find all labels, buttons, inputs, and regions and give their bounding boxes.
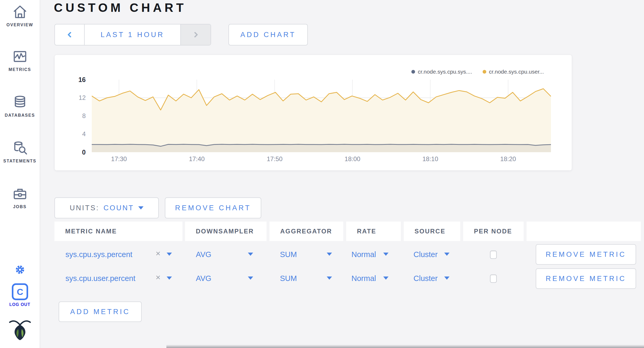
time-range-label[interactable]: LAST 1 HOUR [85,24,180,45]
briefcase-icon [0,186,40,201]
x-icon[interactable]: × [156,273,161,282]
svg-text:17:50: 17:50 [267,155,283,162]
chevron-right-icon [192,32,198,38]
aggregator-dropdown[interactable]: SUM [280,274,297,283]
sidebar-item-label: JOBS [0,204,40,209]
sidebar-item-label: DATABASES [0,113,40,118]
svg-text:18:00: 18:00 [345,155,360,162]
rate-dropdown[interactable]: Normal [351,250,376,259]
metric-name-dropdown[interactable]: sys.cpu.user.percent [65,274,135,283]
column-header-source: SOURCE [404,222,460,241]
remove-chart-button[interactable]: REMOVE CHART [165,197,261,218]
per-node-checkbox[interactable] [490,274,497,283]
remove-metric-button[interactable]: REMOVE METRIC [536,268,636,289]
legend-item: cr.node.sys.cpu.user... [483,69,544,75]
y-axis-tick: 0 [55,148,86,156]
aggregator-dropdown[interactable]: SUM [280,250,297,259]
horizontal-scrollbar[interactable] [166,345,644,348]
legend-dot [483,70,486,74]
caret-down-icon[interactable] [383,277,389,280]
x-icon[interactable]: × [156,249,161,258]
time-range-selector: LAST 1 HOUR [54,24,211,45]
legend-label: cr.node.sys.cpu.sys.... [418,69,472,75]
caret-down-icon [138,206,144,209]
svg-text:18:10: 18:10 [422,155,438,162]
remove-metric-button[interactable]: REMOVE METRIC [536,244,636,265]
cockroach-bug-icon [9,319,31,342]
column-header-actions [527,222,641,241]
logout-button[interactable]: LOG OUT [0,302,40,307]
time-range-next-button[interactable] [180,24,211,45]
column-header-rate: RATE [346,222,401,241]
chart-card: cr.node.sys.cpu.sys.... cr.node.sys.cpu.… [54,55,572,171]
sidebar-item-databases[interactable]: DATABASES [0,95,40,118]
caret-down-icon[interactable] [327,277,332,280]
source-dropdown[interactable]: Cluster [413,274,438,283]
sidebar-item-jobs[interactable]: JOBS [0,186,40,209]
units-dropdown[interactable]: UNITS: COUNT [54,197,159,218]
database-search-icon [0,140,40,156]
metric-name-dropdown[interactable]: sys.cpu.sys.percent [65,250,132,259]
time-range-prev-button[interactable] [55,24,85,45]
sidebar-item-statements[interactable]: STATEMENTS [0,140,40,163]
settings-button[interactable] [0,263,40,277]
sidebar-item-metrics[interactable]: METRICS [0,49,40,72]
svg-text:18:20: 18:20 [500,155,516,162]
units-value: COUNT [104,204,134,212]
y-axis-tick: 16 [55,75,86,84]
rate-dropdown[interactable]: Normal [351,274,376,283]
caret-down-icon[interactable] [444,277,449,280]
y-axis-tick: 4 [55,130,86,138]
caret-down-icon[interactable] [383,253,389,256]
chart-legend: cr.node.sys.cpu.sys.... cr.node.sys.cpu.… [411,69,544,75]
sidebar-item-label: OVERVIEW [0,23,40,27]
legend-dot [411,70,415,74]
y-axis-tick: 12 [55,94,86,102]
legend-label: cr.node.sys.cpu.user... [489,69,544,75]
chart-pulse-icon [0,49,40,64]
legend-item: cr.node.sys.cpu.sys.... [411,69,472,75]
svg-text:17:30: 17:30 [111,155,127,162]
caret-down-icon[interactable] [444,253,449,256]
sidebar-item-label: METRICS [0,67,40,72]
per-node-checkbox[interactable] [490,250,497,259]
column-header-downsampler: DOWNSAMPLER [185,222,267,241]
sidebar: OVERVIEW METRICS DATABASES [0,0,40,348]
y-axis-tick: 8 [55,112,86,120]
caret-down-icon[interactable] [248,277,253,280]
page-title: CUSTOM CHART [54,1,186,15]
c-logo-icon[interactable]: C [12,283,28,300]
c-logo-letter: C [17,287,23,297]
caret-down-icon[interactable] [248,253,253,256]
column-header-aggregator: AGGREGATOR [269,222,343,241]
chevron-left-icon [67,32,73,38]
home-icon [0,4,40,19]
svg-text:17:40: 17:40 [189,155,205,162]
gear-icon [13,273,27,277]
caret-down-icon[interactable] [327,253,332,256]
caret-down-icon[interactable] [167,277,172,280]
downsampler-dropdown[interactable]: AVG [196,274,211,283]
units-label: UNITS: [70,204,99,212]
sidebar-item-overview[interactable]: OVERVIEW [0,4,40,27]
sidebar-item-label: STATEMENTS [0,159,40,163]
database-icon [0,95,40,110]
column-header-per-node: PER NODE [463,222,524,241]
timeseries-chart: 17:3017:4017:5018:0018:1018:20 [92,78,551,164]
source-dropdown[interactable]: Cluster [413,250,438,259]
add-metric-button[interactable]: ADD METRIC [59,301,142,322]
caret-down-icon[interactable] [167,253,172,256]
add-chart-button[interactable]: ADD CHART [228,24,308,45]
downsampler-dropdown[interactable]: AVG [196,250,211,259]
column-header-metric-name: METRIC NAME [54,222,182,241]
